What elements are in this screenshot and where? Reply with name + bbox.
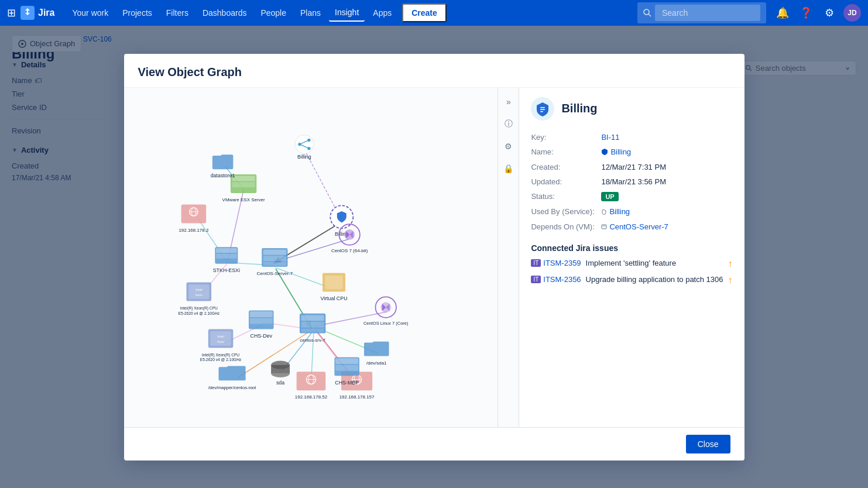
node-chs-mbp[interactable]: CHS-MBP xyxy=(334,357,359,385)
expand-icon[interactable]: » xyxy=(500,94,517,110)
modal-overlay: View Object Graph xyxy=(0,26,868,488)
node-centos-server-7[interactable]: CentOS-Server-7 xyxy=(256,248,293,276)
topnav-icon-group: 🔔 ❓ ⚙ JD xyxy=(773,4,861,22)
node-centos-srv-7[interactable]: centos-srv-7 xyxy=(299,313,325,342)
svg-rect-64 xyxy=(325,276,342,289)
detail-row-status: Status: UP xyxy=(531,189,732,204)
svg-text:CHS-Dev: CHS-Dev xyxy=(250,332,272,338)
node-datastore1[interactable]: datastore1 xyxy=(210,154,235,178)
svg-text:datastore1: datastore1 xyxy=(210,173,235,178)
svg-text:Xeon: Xeon xyxy=(195,293,202,296)
notifications-icon[interactable]: 🔔 xyxy=(773,4,792,22)
detail-name-link[interactable]: Billing xyxy=(601,147,631,156)
search-icon xyxy=(643,9,651,17)
jira-issue-2-desc: Upgrade billing application to patch 130… xyxy=(586,275,723,284)
used-by-link[interactable]: Billing xyxy=(601,207,630,216)
svg-text:sda: sda xyxy=(276,379,284,385)
side-panel-icons: » ⓘ ⚙ 🔒 xyxy=(498,88,519,427)
node-virtual-cpu[interactable]: Virtual CPU xyxy=(320,273,347,301)
svg-text:/dev/mapper/centos-root: /dev/mapper/centos-root xyxy=(208,384,256,390)
svg-rect-55 xyxy=(188,284,209,299)
jira-badge-2: IT xyxy=(531,276,541,283)
nav-your-work[interactable]: Your work xyxy=(66,5,114,21)
svg-point-87 xyxy=(271,369,290,377)
modal-title: View Object Graph xyxy=(138,66,730,79)
avatar[interactable]: JD xyxy=(843,4,861,22)
detail-key-value: BI-11 xyxy=(601,133,619,142)
name-shield-icon xyxy=(601,148,608,155)
nav-filters[interactable]: Filters xyxy=(160,5,194,21)
nav-people[interactable]: People xyxy=(255,5,292,21)
svg-rect-36 xyxy=(263,249,286,255)
detail-table: Key: BI-11 Name: Billing xyxy=(531,130,732,235)
svg-point-0 xyxy=(644,9,649,15)
jira-arrow-1: ↑ xyxy=(728,259,733,269)
svg-rect-69 xyxy=(301,328,324,332)
svg-text:Billing: Billing xyxy=(297,154,311,160)
detail-row-name: Name: Billing xyxy=(531,145,732,160)
info-icon[interactable]: ⓘ xyxy=(500,116,517,132)
svg-point-29 xyxy=(307,146,310,149)
svg-text:VMware ESX Server: VMware ESX Server xyxy=(222,197,265,202)
svg-text:192.168.178.52: 192.168.178.52 xyxy=(294,394,327,400)
svg-text:Intel: Intel xyxy=(195,287,202,291)
depends-on-link[interactable]: CentOS-Server-7 xyxy=(601,222,668,231)
svg-text:Intel: Intel xyxy=(217,334,224,338)
svg-text:CentOS-Server-7: CentOS-Server-7 xyxy=(256,271,293,276)
svg-text:192.168.178.157: 192.168.178.157 xyxy=(339,394,374,400)
graph-area[interactable]: Billing Billing C xyxy=(124,88,499,427)
node-192-168-178-2[interactable]: 192.168.178.2 xyxy=(179,204,209,232)
node-dev-sda1[interactable]: /dev/sda1 xyxy=(363,341,389,365)
jira-issue-2: IT ITSM-2356 Upgrade billing application… xyxy=(531,275,732,286)
detail-row-updated: Updated: 18/Mar/21 3:56 PM xyxy=(531,174,732,189)
svg-rect-38 xyxy=(263,262,286,265)
svg-rect-37 xyxy=(263,256,286,261)
node-billing-top[interactable]: Billing xyxy=(294,135,313,160)
node-192-168-178-52[interactable]: 192.168.178.52 xyxy=(294,372,327,400)
logo-icon xyxy=(20,6,35,20)
jira-issue-1-desc: Implement 'settling' feature xyxy=(586,259,723,267)
nav-insight[interactable]: Insight xyxy=(329,4,365,22)
svg-rect-52 xyxy=(216,253,236,258)
svg-text:192.168.178.2: 192.168.178.2 xyxy=(179,227,209,232)
nav-projects[interactable]: Projects xyxy=(116,5,158,21)
jira-issue-1-key[interactable]: IT ITSM-2359 xyxy=(531,259,581,267)
status-badge: UP xyxy=(601,192,618,201)
settings-panel-icon[interactable]: ⚙ xyxy=(500,138,517,154)
help-icon[interactable]: ❓ xyxy=(797,4,815,22)
detail-header: Billing xyxy=(531,97,732,121)
detail-row-used-by: Used By (Service): Billing xyxy=(531,204,732,219)
nav-plans[interactable]: Plans xyxy=(294,5,327,21)
top-navigation: ⊞ Jira Your work Projects Filters Dashbo… xyxy=(0,0,868,26)
svg-rect-104 xyxy=(540,107,545,108)
depends-on-label: Depends On (VM): xyxy=(531,219,601,235)
svg-point-28 xyxy=(307,138,310,141)
node-chs-dev[interactable]: CHS-Dev xyxy=(248,310,273,338)
svg-text:STKH-ESXi: STKH-ESXi xyxy=(212,267,239,273)
create-button[interactable]: Create xyxy=(402,4,447,22)
svg-rect-68 xyxy=(301,322,324,328)
lock-icon[interactable]: 🔒 xyxy=(500,160,517,177)
jira-issue-2-key[interactable]: IT ITSM-2356 xyxy=(531,275,581,284)
settings-icon[interactable]: ⚙ xyxy=(820,4,839,22)
svg-rect-42 xyxy=(232,182,255,187)
grid-icon[interactable]: ⊞ xyxy=(7,6,16,19)
billing-shield-icon xyxy=(534,101,551,117)
nav-dashboards[interactable]: Dashboards xyxy=(197,5,253,21)
search-input[interactable] xyxy=(655,5,760,21)
svg-rect-105 xyxy=(540,109,545,110)
nav-apps[interactable]: Apps xyxy=(367,5,397,21)
search-bar[interactable] xyxy=(637,2,766,23)
graph-svg: Billing Billing C xyxy=(124,88,498,427)
svg-rect-106 xyxy=(540,111,543,112)
svg-rect-51 xyxy=(216,248,236,253)
node-stkh-esxi[interactable]: STKH-ESXi xyxy=(212,247,239,273)
jira-logo[interactable]: Jira xyxy=(20,6,54,20)
svg-rect-102 xyxy=(335,365,358,370)
close-button[interactable]: Close xyxy=(686,435,730,453)
jira-issue-1: IT ITSM-2359 Implement 'settling' featur… xyxy=(531,259,732,269)
jira-badge-1: IT xyxy=(531,259,541,267)
svg-text:Virtual CPU: Virtual CPU xyxy=(320,295,347,301)
svg-text:Intel(R) Xeon(R) CPU: Intel(R) Xeon(R) CPU xyxy=(180,305,217,310)
node-192-168-178-157[interactable]: 192.168.178.157 xyxy=(339,372,374,400)
